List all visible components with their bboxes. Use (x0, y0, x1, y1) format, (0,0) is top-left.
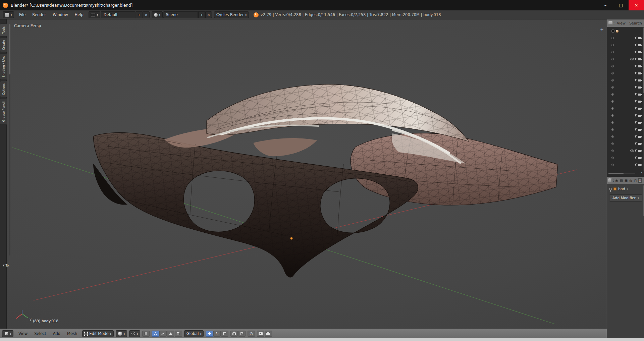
outliner-object-row[interactable] (607, 91, 642, 98)
outliner-object-row[interactable] (607, 35, 642, 42)
menu-window[interactable]: Window (50, 11, 71, 18)
selectability-arrow-icon[interactable] (635, 135, 637, 138)
selectability-arrow-icon[interactable] (635, 143, 637, 145)
mode-dropdown[interactable]: Edit Mode ▴▾ (82, 330, 113, 337)
outliner-object-row[interactable] (607, 133, 642, 140)
selectability-arrow-icon[interactable] (635, 164, 637, 166)
selectability-arrow-icon[interactable] (635, 114, 637, 117)
properties-tab-world[interactable]: ◍ (629, 178, 633, 183)
tool-shelf-tab-tools[interactable]: Tools (0, 23, 7, 37)
renderability-camera-icon[interactable] (638, 108, 641, 110)
selectability-arrow-icon[interactable] (635, 65, 637, 68)
renderability-camera-icon[interactable] (638, 79, 641, 81)
properties-tab-scene[interactable]: ▣ (624, 178, 628, 183)
menu-mesh[interactable]: Mesh (64, 330, 80, 337)
opengl-render-image-button[interactable] (257, 331, 264, 337)
renderability-camera-icon[interactable] (638, 136, 641, 138)
tool-shelf-tab-create[interactable]: Create (0, 38, 7, 52)
renderability-camera-icon[interactable] (638, 44, 641, 46)
collapse-icon[interactable] (611, 30, 614, 33)
minimize-button[interactable]: – (598, 0, 613, 10)
tool-shelf-tab-options[interactable]: Options (0, 81, 7, 97)
renderability-camera-icon[interactable] (638, 51, 641, 53)
viewport-editor-selector[interactable]: ▴▾ (2, 330, 13, 337)
selectability-arrow-icon[interactable] (635, 121, 637, 124)
screen-layout-browse-button[interactable]: ▴▾ (89, 11, 100, 18)
delete-scene-button[interactable]: × (205, 11, 212, 18)
scene-name-field[interactable]: Scene (163, 11, 198, 18)
outliner-object-row[interactable] (607, 140, 642, 147)
opengl-render-anim-button[interactable] (265, 331, 272, 337)
outliner-object-row[interactable] (607, 56, 642, 63)
render-engine-dropdown[interactable]: Cycles Render ▴▾ (214, 11, 249, 18)
menu-view[interactable]: View (15, 330, 31, 337)
selectability-arrow-icon[interactable] (635, 100, 637, 103)
3d-viewport[interactable]: Camera Persp + y (89) body.018 (7, 19, 607, 329)
selectability-arrow-icon[interactable] (635, 58, 637, 61)
renderability-camera-icon[interactable] (638, 65, 641, 67)
outliner-object-row[interactable] (607, 63, 642, 70)
add-scene-button[interactable]: + (198, 11, 205, 18)
manipulator-translate-button[interactable] (206, 331, 213, 337)
selectability-arrow-icon[interactable] (635, 157, 637, 159)
viewport-left-scrollbar[interactable] (9, 24, 10, 255)
select-mode-edge-button[interactable] (159, 331, 167, 337)
scrollbar-thumb[interactable] (9, 24, 10, 74)
selectability-arrow-icon[interactable] (635, 86, 637, 89)
outliner-object-row[interactable] (607, 154, 642, 161)
tool-shelf-tab-shading-uvs[interactable]: Shading / UVs (0, 53, 7, 80)
menu-render[interactable]: Render (29, 11, 49, 18)
scene-browse-button[interactable]: ▴▾ (152, 11, 163, 18)
outliner-object-row[interactable] (607, 84, 642, 91)
delete-screen-layout-button[interactable]: × (143, 11, 150, 18)
outliner-view-menu[interactable]: View (615, 20, 627, 26)
select-mode-face-button[interactable] (167, 331, 174, 337)
outliner-object-row[interactable] (607, 161, 642, 168)
renderability-camera-icon[interactable] (638, 72, 641, 74)
outliner-object-row[interactable] (607, 147, 642, 154)
outliner-object-row[interactable] (607, 42, 642, 49)
outliner-search-menu[interactable]: Search (628, 20, 643, 26)
maximize-button[interactable]: □ (613, 0, 629, 10)
add-modifier-button[interactable]: Add Modifier ▾ (609, 194, 642, 202)
selectability-arrow-icon[interactable] (635, 72, 637, 75)
renderability-camera-icon[interactable] (638, 143, 641, 145)
outliner-editor-icon[interactable] (608, 21, 612, 25)
outliner-object-row[interactable] (607, 105, 642, 112)
renderability-camera-icon[interactable] (638, 164, 641, 166)
visibility-eye-icon[interactable] (630, 150, 634, 152)
renderability-camera-icon[interactable] (638, 58, 641, 60)
selectability-arrow-icon[interactable] (635, 107, 637, 110)
scrollbar-thumb[interactable] (608, 173, 624, 174)
tool-shelf-tab-grease-pencil[interactable]: Grease Pencil (0, 98, 7, 125)
selectability-arrow-icon[interactable] (635, 128, 637, 131)
properties-tab-data[interactable]: ▽ (643, 178, 643, 183)
renderability-camera-icon[interactable] (638, 115, 641, 117)
snap-toggle-button[interactable] (230, 331, 238, 337)
viewport-shading-dropdown[interactable]: ▴▾ (116, 330, 127, 337)
renderability-camera-icon[interactable] (638, 122, 641, 124)
renderability-camera-icon[interactable] (638, 94, 641, 96)
outliner-object-row[interactable] (607, 49, 642, 56)
outliner-object-row[interactable] (607, 70, 642, 77)
properties-region-toggle-icon[interactable]: + (600, 27, 604, 32)
pin-icon[interactable] (609, 188, 612, 190)
properties-scrollbar[interactable] (643, 185, 644, 216)
outliner-object-row[interactable] (607, 119, 642, 126)
outliner-scrollbar[interactable] (643, 27, 644, 171)
pivot-align-toggle[interactable] (142, 331, 150, 337)
visibility-eye-icon[interactable] (630, 58, 634, 60)
select-mode-vertex-button[interactable] (152, 331, 159, 337)
properties-tab-render-layers[interactable]: ▤ (619, 178, 624, 183)
renderability-camera-icon[interactable] (638, 150, 641, 152)
outliner-hscrollbar[interactable] (608, 173, 635, 174)
outliner-object-row[interactable] (607, 112, 642, 119)
pivot-dropdown[interactable]: ▴▾ (129, 330, 140, 337)
renderability-camera-icon[interactable] (638, 37, 641, 39)
selectability-arrow-icon[interactable] (635, 44, 637, 47)
renderability-camera-icon[interactable] (638, 129, 641, 131)
menu-select[interactable]: Select (31, 330, 49, 337)
scrollbar-thumb[interactable] (643, 27, 644, 93)
outliner-scene-row[interactable] (607, 27, 642, 35)
menu-add[interactable]: Add (50, 330, 63, 337)
